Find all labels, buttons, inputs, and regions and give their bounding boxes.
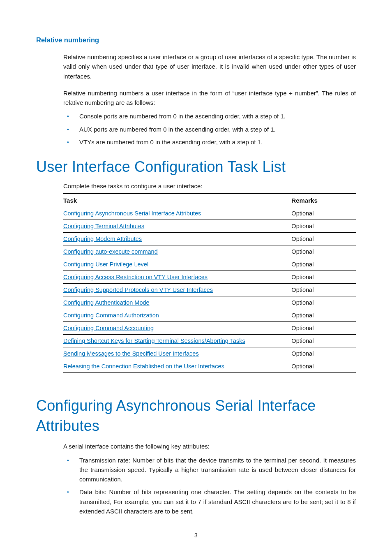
- task-remarks: Optional: [291, 233, 356, 245]
- col-header-remarks: Remarks: [291, 194, 356, 207]
- page-number: 3: [0, 532, 392, 539]
- task-remarks: Optional: [291, 207, 356, 220]
- task-link[interactable]: Configuring Command Authorization: [63, 312, 159, 319]
- task-link[interactable]: Configuring Supported Protocols on VTY U…: [63, 287, 213, 293]
- task-link[interactable]: Configuring Terminal Attributes: [63, 223, 144, 229]
- task-link[interactable]: Configuring Access Restriction on VTY Us…: [63, 274, 208, 280]
- task-link[interactable]: Sending Messages to the Specified User I…: [63, 350, 199, 357]
- task-link[interactable]: Configuring auto-execute command: [63, 248, 158, 255]
- table-row: Configuring Command AuthorizationOptiona…: [63, 309, 356, 322]
- task-link[interactable]: Configuring Authentication Mode: [63, 299, 150, 306]
- task-link[interactable]: Defining Shortcut Keys for Starting Term…: [63, 338, 245, 344]
- task-link[interactable]: Configuring Command Accounting: [63, 325, 154, 331]
- task-remarks: Optional: [291, 284, 356, 296]
- task-remarks: Optional: [291, 296, 356, 309]
- table-row: Configuring Authentication ModeOptional: [63, 296, 356, 309]
- col-header-task: Task: [63, 194, 291, 207]
- list-item: AUX ports are numbered from 0 in the asc…: [79, 125, 356, 134]
- table-row: Sending Messages to the Specified User I…: [63, 347, 356, 360]
- list-item: Data bits: Number of bits representing o…: [79, 487, 356, 516]
- async-intro: A serial interface contains the followin…: [63, 442, 356, 451]
- heading-task-list: User Interface Configuration Task List: [36, 158, 356, 176]
- task-remarks: Optional: [291, 322, 356, 335]
- heading-async-attrs: Configuring Asynchronous Serial Interfac…: [36, 396, 356, 436]
- async-bullet-list: Transmission rate: Number of bits that t…: [36, 456, 356, 516]
- table-row: Releasing the Connection Established on …: [63, 360, 356, 373]
- task-remarks: Optional: [291, 258, 356, 271]
- table-row: Configuring Access Restriction on VTY Us…: [63, 271, 356, 284]
- list-item: Console ports are numbered from 0 in the…: [79, 111, 356, 121]
- task-table: Task Remarks Configuring Asynchronous Se…: [63, 193, 356, 373]
- task-link[interactable]: Releasing the Connection Established on …: [63, 363, 224, 370]
- table-row: Configuring Modem AttributesOptional: [63, 233, 356, 245]
- table-row: Configuring Asynchronous Serial Interfac…: [63, 207, 356, 220]
- task-remarks: Optional: [291, 335, 356, 347]
- relnum-bullet-list: Console ports are numbered from 0 in the…: [36, 111, 356, 147]
- task-remarks: Optional: [291, 220, 356, 233]
- heading-relative-numbering: Relative numbering: [36, 36, 356, 44]
- relnum-para-2: Relative numbering numbers a user interf…: [63, 88, 356, 108]
- task-remarks: Optional: [291, 347, 356, 360]
- table-row: Defining Shortcut Keys for Starting Term…: [63, 335, 356, 347]
- table-row: Configuring Terminal AttributesOptional: [63, 220, 356, 233]
- table-row: Configuring Command AccountingOptional: [63, 322, 356, 335]
- task-remarks: Optional: [291, 245, 356, 258]
- task-remarks: Optional: [291, 309, 356, 322]
- task-remarks: Optional: [291, 360, 356, 373]
- list-item: VTYs are numbered from 0 in the ascendin…: [79, 137, 356, 147]
- table-row: Configuring auto-execute commandOptional: [63, 245, 356, 258]
- task-link[interactable]: Configuring User Privilege Level: [63, 261, 148, 268]
- table-row: Configuring User Privilege LevelOptional: [63, 258, 356, 271]
- table-row: Configuring Supported Protocols on VTY U…: [63, 284, 356, 296]
- tasklist-intro: Complete these tasks to configure a user…: [63, 181, 356, 191]
- task-link[interactable]: Configuring Asynchronous Serial Interfac…: [63, 210, 201, 217]
- relnum-para-1: Relative numbering specifies a user inte…: [63, 52, 356, 81]
- task-link[interactable]: Configuring Modem Attributes: [63, 236, 142, 242]
- list-item: Transmission rate: Number of bits that t…: [79, 456, 356, 484]
- task-remarks: Optional: [291, 271, 356, 284]
